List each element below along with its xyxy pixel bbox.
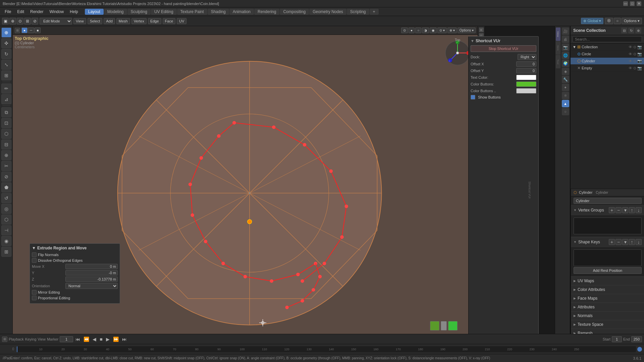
collection-rend[interactable]: 📷: [637, 45, 642, 49]
sk-up-btn[interactable]: ↑: [629, 239, 635, 245]
timeline-scrubber[interactable]: 0 10 20 30 40 50 60 70 80 90 100 110 120…: [0, 344, 644, 354]
mesh-name-input[interactable]: [574, 198, 642, 204]
bevel-tool[interactable]: ⬡: [1, 129, 11, 139]
collection-eye[interactable]: 👁: [629, 45, 632, 49]
play-btn[interactable]: ▶: [105, 337, 111, 342]
edge-select-mode[interactable]: ─: [28, 27, 34, 33]
sk-menu-btn[interactable]: ▾: [622, 239, 628, 245]
vg-up-btn[interactable]: ↑: [629, 207, 635, 213]
maximize-button[interactable]: □: [630, 1, 635, 6]
viewport[interactable]: ⊞ ● ─ ■ ⊙ ● ○ ◑ ◉ ⊙ ▾ ⊕ ▾ O: [13, 26, 478, 334]
move-tool[interactable]: ✜: [1, 38, 11, 48]
output-props-icon[interactable]: 🖨: [562, 36, 569, 43]
sync-icon[interactable]: ↻: [628, 27, 634, 34]
empty-sel[interactable]: ⊙: [633, 66, 636, 70]
physics-icon[interactable]: ⚛: [562, 92, 569, 99]
tab-scripting[interactable]: Scripting: [347, 9, 369, 15]
global-orientation[interactable]: ⊕ Global ▾: [581, 18, 603, 24]
cylinder-sel[interactable]: ⊙: [633, 59, 636, 63]
circle-sel[interactable]: ⊙: [633, 52, 636, 56]
knife-tool[interactable]: ✂: [1, 161, 11, 171]
icon-btn-5[interactable]: ⊘: [32, 18, 38, 24]
dissolve-edges-checkbox[interactable]: [32, 258, 37, 263]
extrude-collapse-icon[interactable]: ▼: [32, 246, 36, 250]
end-frame[interactable]: 250: [631, 336, 642, 342]
sc-search-input[interactable]: [573, 36, 642, 42]
move-z-value[interactable]: -0.13778 m: [65, 277, 118, 282]
proportional-editing-checkbox[interactable]: [32, 296, 37, 300]
sk-remove-btn[interactable]: −: [615, 239, 622, 245]
color-sq-2[interactable]: [441, 321, 447, 330]
proportional-btn[interactable]: ○: [614, 18, 621, 24]
tab-compositing[interactable]: Compositing: [280, 9, 309, 15]
vertex-select-mode[interactable]: ●: [21, 27, 28, 33]
tab-add[interactable]: +: [370, 9, 379, 15]
cylinder-eye[interactable]: 👁: [629, 59, 632, 63]
view-layer-props-icon[interactable]: 📷: [562, 44, 569, 51]
mesh-menu-btn[interactable]: Mesh: [116, 18, 130, 24]
inset-tool[interactable]: ⊡: [1, 118, 11, 128]
vertex-groups-list[interactable]: [574, 218, 642, 234]
empty-eye[interactable]: 👁: [629, 66, 632, 70]
tab-uv-editing[interactable]: UV Editing: [151, 9, 177, 15]
side-icon-1[interactable]: ⊕: [479, 27, 484, 32]
file-menu[interactable]: File: [2, 9, 14, 15]
face-select-mode[interactable]: ■: [35, 27, 41, 33]
step-fwd-btn[interactable]: ⏩: [112, 337, 120, 342]
circle-rend[interactable]: 📷: [637, 52, 642, 56]
render-props-icon[interactable]: 🎥: [562, 27, 569, 35]
color-buttons2-swatch[interactable]: [516, 88, 536, 94]
select-box-icon[interactable]: ▣: [2, 18, 9, 24]
collection-item[interactable]: ▼ ⊞ Collection 👁 ⊙ 📷: [571, 44, 644, 51]
orientation-select[interactable]: Normal Global Local: [65, 283, 118, 289]
annotate-tool[interactable]: ✏: [1, 83, 11, 94]
shape-keys-list[interactable]: [574, 249, 642, 266]
keying-label[interactable]: Keying: [25, 337, 37, 341]
timeline-type-icon[interactable]: ⊞: [2, 337, 7, 342]
tab-geometry-nodes[interactable]: Geometry Nodes: [309, 9, 346, 15]
mode-selector[interactable]: Edit Mode Object Mode Sculpt Mode: [40, 18, 72, 24]
current-frame[interactable]: 1: [60, 336, 73, 342]
icon-btn-3[interactable]: ⊙: [17, 18, 23, 24]
icon-btn-4[interactable]: ⊞: [24, 18, 31, 24]
mesh-data-icon[interactable]: ▲: [562, 100, 569, 107]
filter-icon[interactable]: ⊟: [621, 27, 627, 34]
normals-header[interactable]: ▶ Normals: [571, 312, 644, 320]
ret-view[interactable]: View: [556, 27, 560, 41]
empty-item[interactable]: ✕ Empty 👁 ⊙ 📷: [571, 65, 644, 72]
material-icon[interactable]: ○: [562, 108, 569, 115]
color-attributes-header[interactable]: ▶ Color Attributes: [571, 286, 644, 294]
collection-sel[interactable]: ⊙: [633, 45, 636, 49]
playback-label[interactable]: Playback: [9, 337, 24, 341]
skip-back-btn[interactable]: ⏮: [74, 337, 81, 342]
flip-normals-checkbox[interactable]: [32, 252, 37, 257]
cylinder-rend[interactable]: 📷: [637, 59, 642, 63]
timeline-bar[interactable]: 10 20 30 40 50 60 70 80 90 100 110 120 1…: [17, 346, 636, 352]
viewport-overlays[interactable]: ⊙ ▾: [437, 27, 447, 33]
vg-dn-btn[interactable]: ↓: [636, 207, 642, 213]
mirror-editing-checkbox[interactable]: [32, 290, 37, 295]
texture-space-header[interactable]: ▶ Texture Space: [571, 320, 644, 329]
marker-label[interactable]: Marker: [47, 337, 58, 341]
stop-shortcut-btn[interactable]: Stop Shortcut VUr: [471, 45, 536, 52]
face-maps-header[interactable]: ▶ Face Maps: [571, 294, 644, 303]
vg-add-btn[interactable]: +: [609, 207, 615, 213]
shade-material[interactable]: ◑: [422, 27, 429, 33]
add-rest-position-btn[interactable]: Add Rest Position: [574, 267, 642, 274]
extrude-tool[interactable]: ⧉: [1, 107, 11, 117]
poly-build-tool[interactable]: ⬟: [1, 182, 11, 192]
shape-keys-header[interactable]: ▼ Shape Keys + − ▾ ↑ ↓: [571, 237, 644, 247]
edit-menu[interactable]: Edit: [14, 9, 27, 15]
transform-tool[interactable]: ⊞: [1, 70, 11, 80]
tab-layout[interactable]: Layout: [85, 9, 104, 15]
dock-select[interactable]: Right Left: [518, 54, 536, 60]
step-back-btn[interactable]: ⏪: [83, 337, 90, 342]
tab-animation[interactable]: Animation: [229, 9, 254, 15]
view-menu-btn[interactable]: View: [73, 18, 86, 24]
cylinder-item[interactable]: ⬡ Cylinder 👁 ⊙ 📷: [571, 58, 644, 65]
edge-menu-btn[interactable]: Edge: [148, 18, 161, 24]
particles-icon[interactable]: ✦: [562, 84, 569, 91]
color-sq-1[interactable]: [430, 321, 439, 330]
tab-sculpting[interactable]: Sculpting: [127, 9, 151, 15]
help-menu[interactable]: Help: [67, 9, 81, 15]
